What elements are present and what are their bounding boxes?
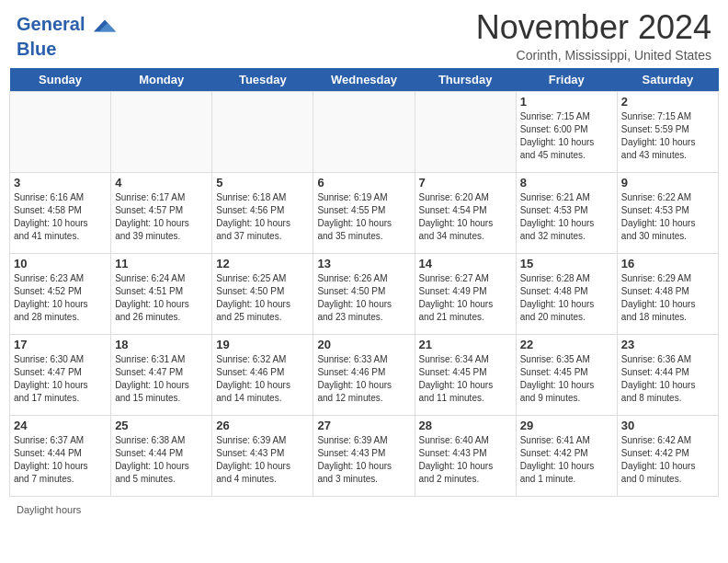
day-number: 21	[419, 338, 512, 351]
day-number: 9	[621, 176, 714, 190]
day-number: 3	[14, 176, 107, 190]
day-number: 30	[621, 419, 714, 432]
table-row: 3Sunrise: 6:16 AM Sunset: 4:58 PM Daylig…	[10, 172, 111, 253]
table-row: 5Sunrise: 6:18 AM Sunset: 4:56 PM Daylig…	[212, 172, 313, 253]
calendar-week-5: 24Sunrise: 6:37 AM Sunset: 4:44 PM Dayli…	[10, 415, 719, 496]
table-row: 19Sunrise: 6:32 AM Sunset: 4:46 PM Dayli…	[212, 334, 313, 415]
day-number: 12	[216, 257, 309, 270]
day-number: 26	[216, 419, 309, 432]
calendar-container: SundayMondayTuesdayWednesdayThursdayFrid…	[0, 68, 728, 500]
day-number: 25	[115, 419, 208, 432]
logo-general: General	[17, 14, 85, 34]
cell-content: Sunrise: 6:27 AM Sunset: 4:49 PM Dayligh…	[419, 272, 512, 324]
calendar-table: SundayMondayTuesdayWednesdayThursdayFrid…	[9, 68, 719, 497]
table-row: 8Sunrise: 6:21 AM Sunset: 4:53 PM Daylig…	[516, 172, 617, 253]
day-header-wednesday: Wednesday	[313, 68, 415, 92]
table-row: 17Sunrise: 6:30 AM Sunset: 4:47 PM Dayli…	[10, 334, 111, 415]
day-header-sunday: Sunday	[10, 68, 111, 92]
calendar-week-4: 17Sunrise: 6:30 AM Sunset: 4:47 PM Dayli…	[10, 334, 719, 415]
table-row	[313, 91, 415, 172]
table-row: 22Sunrise: 6:35 AM Sunset: 4:45 PM Dayli…	[516, 334, 617, 415]
day-number: 1	[520, 95, 613, 109]
cell-content: Sunrise: 6:24 AM Sunset: 4:51 PM Dayligh…	[115, 272, 208, 324]
cell-content: Sunrise: 6:29 AM Sunset: 4:48 PM Dayligh…	[621, 272, 714, 324]
cell-content: Sunrise: 6:32 AM Sunset: 4:46 PM Dayligh…	[216, 353, 309, 405]
cell-content: Sunrise: 6:25 AM Sunset: 4:50 PM Dayligh…	[216, 272, 309, 324]
day-header-saturday: Saturday	[617, 68, 718, 92]
day-header-tuesday: Tuesday	[212, 68, 313, 92]
table-row: 13Sunrise: 6:26 AM Sunset: 4:50 PM Dayli…	[313, 253, 415, 334]
table-row	[415, 91, 516, 172]
day-header-friday: Friday	[516, 68, 617, 92]
footer-note: Daylight hours	[0, 500, 728, 519]
cell-content: Sunrise: 6:35 AM Sunset: 4:45 PM Dayligh…	[520, 353, 613, 405]
table-row: 12Sunrise: 6:25 AM Sunset: 4:50 PM Dayli…	[212, 253, 313, 334]
cell-content: Sunrise: 6:22 AM Sunset: 4:53 PM Dayligh…	[621, 191, 714, 243]
page-wrapper: General Blue November 2024 Corinth, Miss…	[0, 0, 728, 519]
cell-content: Sunrise: 6:26 AM Sunset: 4:50 PM Dayligh…	[317, 272, 410, 324]
table-row: 20Sunrise: 6:33 AM Sunset: 4:46 PM Dayli…	[313, 334, 415, 415]
cell-content: Sunrise: 6:36 AM Sunset: 4:44 PM Dayligh…	[621, 353, 714, 405]
day-number: 16	[621, 257, 714, 270]
table-row: 27Sunrise: 6:39 AM Sunset: 4:43 PM Dayli…	[313, 415, 415, 496]
logo-blue: Blue	[17, 39, 56, 59]
day-number: 10	[14, 257, 107, 270]
cell-content: Sunrise: 6:42 AM Sunset: 4:42 PM Dayligh…	[621, 434, 714, 486]
day-number: 11	[115, 257, 208, 270]
day-number: 13	[317, 257, 410, 270]
cell-content: Sunrise: 6:19 AM Sunset: 4:55 PM Dayligh…	[317, 191, 410, 243]
table-row: 16Sunrise: 6:29 AM Sunset: 4:48 PM Dayli…	[617, 253, 718, 334]
cell-content: Sunrise: 6:33 AM Sunset: 4:46 PM Dayligh…	[317, 353, 410, 405]
day-header-thursday: Thursday	[415, 68, 516, 92]
day-number: 2	[621, 95, 714, 109]
cell-content: Sunrise: 6:17 AM Sunset: 4:57 PM Dayligh…	[115, 191, 208, 243]
day-number: 19	[216, 338, 309, 351]
cell-content: Sunrise: 7:15 AM Sunset: 6:00 PM Dayligh…	[520, 110, 613, 162]
table-row: 25Sunrise: 6:38 AM Sunset: 4:44 PM Dayli…	[111, 415, 212, 496]
cell-content: Sunrise: 7:15 AM Sunset: 5:59 PM Dayligh…	[621, 110, 714, 162]
cell-content: Sunrise: 6:16 AM Sunset: 4:58 PM Dayligh…	[14, 191, 107, 243]
calendar-week-1: 1Sunrise: 7:15 AM Sunset: 6:00 PM Daylig…	[10, 91, 719, 172]
cell-content: Sunrise: 6:40 AM Sunset: 4:43 PM Dayligh…	[419, 434, 512, 486]
table-row: 11Sunrise: 6:24 AM Sunset: 4:51 PM Dayli…	[111, 253, 212, 334]
header: General Blue November 2024 Corinth, Miss…	[0, 0, 728, 68]
day-number: 29	[520, 419, 613, 432]
calendar-week-3: 10Sunrise: 6:23 AM Sunset: 4:52 PM Dayli…	[10, 253, 719, 334]
calendar-week-2: 3Sunrise: 6:16 AM Sunset: 4:58 PM Daylig…	[10, 172, 719, 253]
cell-content: Sunrise: 6:28 AM Sunset: 4:48 PM Dayligh…	[520, 272, 613, 324]
cell-content: Sunrise: 6:39 AM Sunset: 4:43 PM Dayligh…	[317, 434, 410, 486]
day-number: 5	[216, 176, 309, 190]
cell-content: Sunrise: 6:38 AM Sunset: 4:44 PM Dayligh…	[115, 434, 208, 486]
cell-content: Sunrise: 6:21 AM Sunset: 4:53 PM Dayligh…	[520, 191, 613, 243]
table-row: 10Sunrise: 6:23 AM Sunset: 4:52 PM Dayli…	[10, 253, 111, 334]
day-number: 8	[520, 176, 613, 190]
day-number: 14	[419, 257, 512, 270]
table-row: 29Sunrise: 6:41 AM Sunset: 4:42 PM Dayli…	[516, 415, 617, 496]
day-number: 28	[419, 419, 512, 432]
day-number: 15	[520, 257, 613, 270]
table-row	[111, 91, 212, 172]
cell-content: Sunrise: 6:18 AM Sunset: 4:56 PM Dayligh…	[216, 191, 309, 243]
cell-content: Sunrise: 6:30 AM Sunset: 4:47 PM Dayligh…	[14, 353, 107, 405]
table-row: 6Sunrise: 6:19 AM Sunset: 4:55 PM Daylig…	[313, 172, 415, 253]
table-row: 15Sunrise: 6:28 AM Sunset: 4:48 PM Dayli…	[516, 253, 617, 334]
day-number: 7	[419, 176, 512, 190]
table-row: 28Sunrise: 6:40 AM Sunset: 4:43 PM Dayli…	[415, 415, 516, 496]
table-row: 18Sunrise: 6:31 AM Sunset: 4:47 PM Dayli…	[111, 334, 212, 415]
table-row: 4Sunrise: 6:17 AM Sunset: 4:57 PM Daylig…	[111, 172, 212, 253]
day-header-row: SundayMondayTuesdayWednesdayThursdayFrid…	[10, 68, 719, 92]
day-number: 6	[317, 176, 410, 190]
day-number: 24	[14, 419, 107, 432]
table-row: 1Sunrise: 7:15 AM Sunset: 6:00 PM Daylig…	[516, 91, 617, 172]
logo-icon	[92, 13, 118, 39]
table-row: 2Sunrise: 7:15 AM Sunset: 5:59 PM Daylig…	[617, 91, 718, 172]
table-row: 14Sunrise: 6:27 AM Sunset: 4:49 PM Dayli…	[415, 253, 516, 334]
day-number: 4	[115, 176, 208, 190]
cell-content: Sunrise: 6:41 AM Sunset: 4:42 PM Dayligh…	[520, 434, 613, 486]
month-title: November 2024	[476, 9, 711, 46]
day-number: 17	[14, 338, 107, 351]
table-row: 26Sunrise: 6:39 AM Sunset: 4:43 PM Dayli…	[212, 415, 313, 496]
day-number: 20	[317, 338, 410, 351]
table-row: 7Sunrise: 6:20 AM Sunset: 4:54 PM Daylig…	[415, 172, 516, 253]
logo-area: General Blue	[17, 9, 118, 59]
